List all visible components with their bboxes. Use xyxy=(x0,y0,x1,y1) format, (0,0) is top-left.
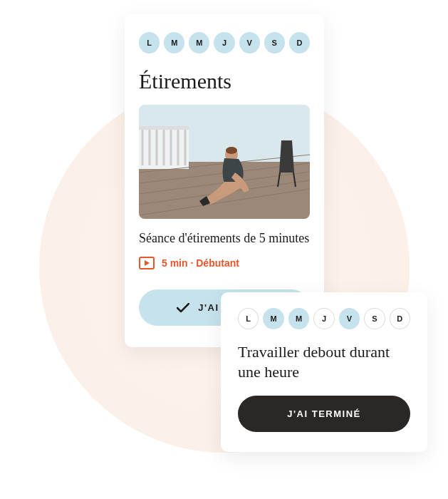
section-title: Étirements xyxy=(139,69,310,93)
day-pill[interactable]: V xyxy=(339,308,360,329)
svg-point-19 xyxy=(226,147,237,154)
day-selector-small: L M M J V S D xyxy=(238,308,410,329)
day-pill[interactable]: L xyxy=(139,32,160,53)
session-image[interactable] xyxy=(139,105,310,219)
check-icon xyxy=(177,303,189,313)
day-pill[interactable]: V xyxy=(239,32,260,53)
session-meta: 5 min · Débutant xyxy=(139,257,310,269)
task-title: Travailler debout durant une heure xyxy=(238,342,410,381)
day-pill[interactable]: D xyxy=(390,308,410,329)
day-pill[interactable]: L xyxy=(238,308,259,329)
svg-rect-10 xyxy=(139,126,189,130)
day-selector-main: L M M J V S D xyxy=(139,32,310,53)
session-meta-text: 5 min · Débutant xyxy=(162,257,239,269)
day-pill[interactable]: S xyxy=(364,308,385,329)
day-pill[interactable]: M xyxy=(288,308,309,329)
session-title: Séance d'étirements de 5 minutes xyxy=(139,230,310,247)
day-pill[interactable]: J xyxy=(313,308,334,329)
day-pill[interactable]: M xyxy=(164,32,184,53)
play-icon xyxy=(139,257,155,269)
done-button-label: J'AI TERMINÉ xyxy=(287,408,360,419)
day-pill[interactable]: D xyxy=(289,32,310,53)
day-pill[interactable]: J xyxy=(214,32,234,53)
standing-card: L M M J V S D Travailler debout durant u… xyxy=(221,292,427,452)
day-pill[interactable]: M xyxy=(263,308,283,329)
day-pill[interactable]: M xyxy=(189,32,209,53)
day-pill[interactable]: S xyxy=(264,32,285,53)
done-button-small[interactable]: J'AI TERMINÉ xyxy=(238,396,410,432)
